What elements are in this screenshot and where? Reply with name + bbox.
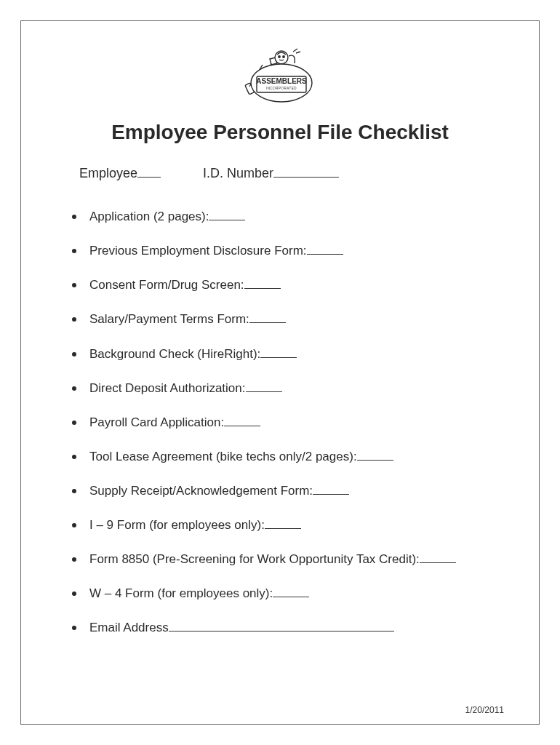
checklist-item: Previous Employment Disclosure Form: bbox=[72, 243, 495, 259]
id-number-blank[interactable] bbox=[273, 166, 339, 178]
bullet-icon bbox=[72, 249, 76, 253]
document-page: ASSEMBLERS INCORPORATED Employee Personn… bbox=[20, 20, 540, 725]
bullet-icon bbox=[72, 215, 76, 219]
checklist-item-text: Tool Lease Agreement (bike techs only/2 … bbox=[89, 449, 495, 465]
checklist-item-text: W – 4 Form (for employees only): bbox=[89, 586, 495, 602]
checklist-item-blank[interactable] bbox=[357, 450, 393, 461]
checklist-item-label: W – 4 Form (for employees only): bbox=[89, 586, 273, 600]
checklist-item: Consent Form/Drug Screen: bbox=[72, 277, 495, 293]
bullet-icon bbox=[72, 283, 76, 287]
assemblers-logo-icon: ASSEMBLERS INCORPORATED bbox=[229, 43, 331, 112]
checklist-item: Email Address bbox=[72, 620, 495, 636]
bullet-icon bbox=[72, 455, 76, 459]
checklist-item-label: Payroll Card Application: bbox=[89, 415, 224, 429]
checklist-item: Payroll Card Application: bbox=[72, 415, 495, 431]
checklist-item-label: Direct Deposit Authorization: bbox=[89, 381, 246, 395]
checklist-item-blank[interactable] bbox=[265, 518, 301, 529]
bullet-icon bbox=[72, 489, 76, 493]
bullet-icon bbox=[72, 421, 76, 425]
checklist-item-blank[interactable] bbox=[260, 346, 297, 357]
svg-point-5 bbox=[283, 56, 284, 57]
logo-label-text: ASSEMBLERS bbox=[256, 77, 307, 85]
checklist-item-text: Payroll Card Application: bbox=[89, 415, 495, 431]
checklist-item-label: Previous Employment Disclosure Form: bbox=[89, 244, 307, 258]
checklist-item-blank[interactable] bbox=[420, 552, 456, 563]
checklist-item-text: Form 8850 (Pre-Screening for Work Opport… bbox=[89, 551, 495, 567]
checklist-item-blank[interactable] bbox=[273, 586, 309, 597]
checklist-item-blank[interactable] bbox=[209, 210, 245, 220]
checklist-item-text: Email Address bbox=[89, 620, 495, 636]
checklist-item-text: I – 9 Form (for employees only): bbox=[89, 517, 495, 533]
checklist-item: Application (2 pages): bbox=[72, 209, 495, 225]
checklist-item-text: Previous Employment Disclosure Form: bbox=[89, 243, 495, 259]
checklist-item-blank[interactable] bbox=[307, 244, 343, 255]
employee-label: Employee bbox=[79, 166, 137, 180]
checklist-item-text: Background Check (HireRight): bbox=[89, 346, 495, 362]
logo-container: ASSEMBLERS INCORPORATED bbox=[21, 43, 539, 115]
bullet-icon bbox=[72, 523, 76, 527]
checklist-item-text: Consent Form/Drug Screen: bbox=[89, 277, 495, 293]
checklist-item-label: I – 9 Form (for employees only): bbox=[89, 518, 265, 532]
checklist: Application (2 pages):Previous Employmen… bbox=[21, 209, 539, 636]
bullet-icon bbox=[72, 591, 76, 596]
page-title: Employee Personnel File Checklist bbox=[21, 121, 539, 144]
checklist-item: Tool Lease Agreement (bike techs only/2 … bbox=[72, 449, 495, 465]
header-fields: Employee I.D. Number bbox=[21, 166, 539, 181]
id-number-label: I.D. Number bbox=[203, 166, 273, 180]
document-date: 1/20/2011 bbox=[465, 705, 504, 715]
checklist-item-blank[interactable] bbox=[169, 621, 394, 632]
checklist-item-text: Direct Deposit Authorization: bbox=[89, 381, 495, 397]
checklist-item: Salary/Payment Terms Form: bbox=[72, 311, 495, 327]
checklist-item-label: Salary/Payment Terms Form: bbox=[89, 312, 249, 326]
checklist-item: Background Check (HireRight): bbox=[72, 346, 495, 362]
bullet-icon bbox=[72, 352, 76, 356]
checklist-item-label: Form 8850 (Pre-Screening for Work Opport… bbox=[89, 552, 420, 566]
checklist-item: Direct Deposit Authorization: bbox=[72, 381, 495, 397]
checklist-item: Supply Receipt/Acknowledgement Form: bbox=[72, 483, 495, 499]
checklist-item: Form 8850 (Pre-Screening for Work Opport… bbox=[72, 551, 495, 567]
checklist-item: I – 9 Form (for employees only): bbox=[72, 517, 495, 533]
checklist-item-blank[interactable] bbox=[244, 278, 281, 289]
checklist-item-text: Application (2 pages): bbox=[89, 209, 495, 225]
checklist-item-label: Application (2 pages): bbox=[89, 210, 209, 223]
bullet-icon bbox=[72, 386, 76, 391]
bullet-icon bbox=[72, 626, 76, 630]
checklist-item-blank[interactable] bbox=[249, 312, 286, 323]
svg-point-4 bbox=[279, 56, 280, 57]
checklist-item-label: Consent Form/Drug Screen: bbox=[89, 278, 244, 292]
checklist-item-text: Salary/Payment Terms Form: bbox=[89, 311, 495, 327]
checklist-item-text: Supply Receipt/Acknowledgement Form: bbox=[89, 483, 495, 499]
checklist-item: W – 4 Form (for employees only): bbox=[72, 586, 495, 602]
employee-blank[interactable] bbox=[137, 166, 161, 178]
bullet-icon bbox=[72, 557, 76, 562]
checklist-item-blank[interactable] bbox=[246, 381, 282, 391]
checklist-item-label: Email Address bbox=[89, 621, 169, 634]
checklist-item-label: Tool Lease Agreement (bike techs only/2 … bbox=[89, 450, 357, 463]
checklist-item-blank[interactable] bbox=[224, 415, 260, 426]
checklist-item-label: Background Check (HireRight): bbox=[89, 347, 260, 361]
logo-sublabel-text: INCORPORATED bbox=[266, 87, 297, 90]
checklist-item-label: Supply Receipt/Acknowledgement Form: bbox=[89, 484, 313, 498]
checklist-item-blank[interactable] bbox=[313, 484, 349, 495]
bullet-icon bbox=[72, 317, 76, 322]
